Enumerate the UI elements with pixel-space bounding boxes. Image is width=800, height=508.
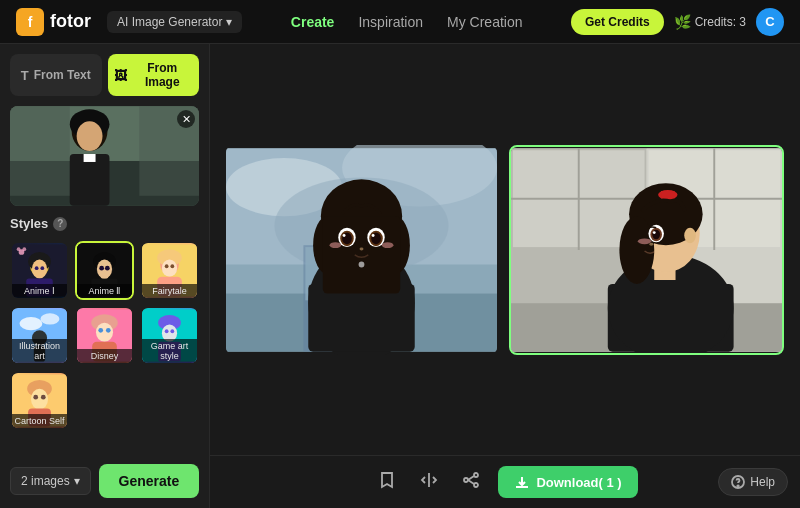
style-disney-label: Disney [77,349,132,363]
svg-point-114 [649,242,653,245]
svg-rect-7 [84,154,96,162]
app-selector[interactable]: AI Image Generator ▾ [107,11,242,33]
svg-point-112 [653,231,656,234]
styles-help-icon[interactable]: ? [53,217,67,231]
images-count-label: 2 images [21,474,70,488]
sidebar-bottom: 2 images ▾ Generate [10,464,199,498]
svg-rect-77 [323,216,400,293]
svg-rect-71 [308,283,414,351]
style-fairytale[interactable]: Fairytale [140,241,199,300]
svg-rect-8 [10,106,70,196]
svg-point-45 [106,328,111,333]
close-upload-button[interactable]: ✕ [177,110,195,128]
share-button[interactable] [456,467,486,498]
generated-image-1[interactable] [226,145,497,355]
svg-point-43 [96,323,113,342]
chevron-down-icon-2: ▾ [74,474,80,488]
content-area: Download( 1 ) [210,44,800,508]
style-illustration[interactable]: Illustration art [10,306,69,365]
logo-icon: f [16,8,44,36]
style-cartoon[interactable]: Cartoon Self [10,371,69,430]
nav-inspiration[interactable]: Inspiration [358,10,423,34]
help-label: Help [750,475,775,489]
credits-icon: 🌿 [674,14,691,30]
svg-point-59 [41,395,46,400]
bottom-toolbar: Download( 1 ) [210,455,800,508]
header-right: Get Credits 🌿 Credits: 3 C [571,8,784,36]
header: f fotor AI Image Generator ▾ Create Insp… [0,0,800,44]
credits-count: Credits: 3 [695,15,746,29]
style-gameart-label: Game art style [142,339,197,363]
svg-point-51 [165,329,169,333]
generate-button[interactable]: Generate [99,464,199,498]
svg-point-5 [77,121,103,151]
svg-point-88 [360,247,364,250]
svg-line-120 [468,476,474,480]
svg-point-25 [105,266,110,271]
svg-point-111 [652,229,660,239]
generated-image-1-canvas [226,145,497,355]
avatar[interactable]: C [756,8,784,36]
tab-from-text[interactable]: T From Text [10,54,102,96]
svg-point-117 [474,473,478,477]
svg-point-105 [619,216,654,284]
svg-point-31 [162,260,177,277]
svg-point-84 [343,234,346,237]
tab-from-image[interactable]: 🖼 From Image [108,54,200,96]
download-button[interactable]: Download( 1 ) [498,466,637,498]
text-icon: T [21,68,29,83]
svg-point-89 [359,261,365,267]
help-button[interactable]: Help [718,468,788,496]
svg-point-44 [98,328,103,333]
credits-badge: 🌿 Credits: 3 [674,14,746,30]
tab-from-text-label: From Text [34,68,91,82]
svg-point-113 [638,238,652,244]
svg-point-14 [35,266,39,270]
svg-point-57 [31,389,48,410]
svg-point-58 [33,395,38,400]
main-nav: Create Inspiration My Creation [258,10,555,34]
svg-point-37 [40,313,59,324]
upload-area[interactable]: ✕ [10,106,199,206]
svg-point-86 [330,242,342,248]
generated-image-2[interactable] [509,145,784,355]
image-grid [210,44,800,455]
svg-point-18 [17,247,21,251]
download-label: Download( 1 ) [536,475,621,490]
svg-point-87 [382,242,394,248]
image-icon: 🖼 [114,68,127,83]
svg-point-118 [474,483,478,487]
svg-rect-108 [661,190,675,198]
svg-point-36 [20,317,43,330]
style-gameart[interactable]: Game art style [140,306,199,365]
svg-point-24 [99,266,104,271]
get-credits-button[interactable]: Get Credits [571,9,664,35]
uploaded-image-thumb [10,106,199,206]
nav-create[interactable]: Create [291,10,335,34]
sidebar: T From Text 🖼 From Image [0,44,210,508]
svg-point-19 [22,247,26,251]
nav-my-creation[interactable]: My Creation [447,10,522,34]
style-anime2-label: Anime Ⅱ [77,284,132,298]
style-anime1[interactable]: Anime Ⅰ [10,241,69,300]
generated-image-2-canvas [511,147,782,353]
style-disney[interactable]: Disney [75,306,134,365]
svg-line-121 [468,480,474,484]
logo: f fotor [16,8,91,36]
styles-header: Styles ? [10,216,199,231]
style-anime2[interactable]: Anime Ⅱ [75,241,134,300]
uploaded-photo [10,106,199,206]
svg-point-52 [170,329,174,333]
svg-point-115 [684,227,696,242]
svg-point-15 [40,266,44,270]
images-count-select[interactable]: 2 images ▾ [10,467,91,495]
compare-button[interactable] [414,467,444,498]
styles-label: Styles [10,216,48,231]
svg-point-123 [738,485,739,486]
style-fairytale-label: Fairytale [142,284,197,298]
bookmark-button[interactable] [372,467,402,498]
main-layout: T From Text 🖼 From Image [0,44,800,508]
svg-point-32 [165,264,169,268]
style-illustration-label: Illustration art [12,339,67,363]
mode-tabs: T From Text 🖼 From Image [10,54,199,96]
